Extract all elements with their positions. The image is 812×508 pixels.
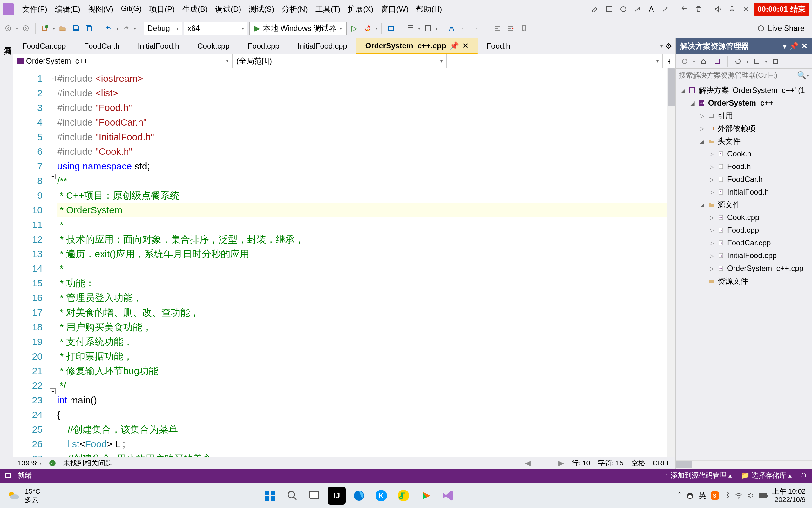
tree-project[interactable]: ◢ ++ OrderSystem_c++ [676, 97, 812, 109]
tray-battery-icon[interactable] [759, 493, 768, 499]
tree-file[interactable]: ▷++Cook.cpp [676, 211, 812, 224]
tool-icon-1[interactable] [385, 23, 397, 34]
indent-icon[interactable] [472, 23, 484, 34]
tree-file[interactable]: ▷hFoodCar.h [676, 173, 812, 186]
pin-icon[interactable]: 📌 [449, 41, 459, 50]
menu-item[interactable]: 窗口(W) [377, 2, 412, 16]
menu-item[interactable]: 调试(D) [211, 2, 245, 16]
tool-icon-3[interactable] [422, 23, 434, 34]
editor-tab[interactable]: Food.cpp [239, 38, 289, 54]
tree-external-deps[interactable]: ▷ 外部依赖项 [676, 122, 812, 135]
tree-solution-root[interactable]: ◢ 解决方案 'OrderSystem_c++' (1 [676, 84, 812, 97]
tree-file[interactable]: ▷++Food.cpp [676, 224, 812, 237]
menu-item[interactable]: 测试(S) [245, 2, 278, 16]
search-icon[interactable]: 🔍 [797, 71, 807, 80]
tree-headers-folder[interactable]: ◢ 头文件 [676, 135, 812, 147]
tree-resources-folder[interactable]: 资源文件 [676, 275, 812, 287]
editor-tab[interactable]: Cook.cpp [188, 38, 239, 54]
text-icon[interactable]: A [645, 3, 658, 15]
app-jetbrains-icon[interactable]: IJ [328, 487, 346, 505]
sol-filter-icon[interactable] [751, 56, 762, 67]
editor-tab[interactable]: InitialFood.cpp [289, 38, 356, 54]
solution-search[interactable]: 🔍▾ [676, 69, 812, 82]
solution-search-input[interactable] [679, 71, 797, 80]
menu-item[interactable]: 编辑(E) [51, 2, 84, 16]
tool-icon-4[interactable] [446, 23, 457, 34]
tray-ime-indicator[interactable]: 英 [699, 491, 706, 501]
app-kugou-icon[interactable]: K [372, 487, 390, 505]
nav-forward-icon[interactable] [20, 23, 32, 34]
menu-item[interactable]: 工具(T) [312, 2, 344, 16]
tray-qq-icon[interactable] [686, 492, 694, 500]
tray-sogou-icon[interactable]: S [711, 492, 719, 500]
sol-refresh-icon[interactable] [732, 56, 744, 67]
sol-home-icon[interactable] [698, 56, 709, 67]
save-icon[interactable] [70, 23, 82, 34]
tree-file[interactable]: ▷++OrderSystem_c++.cpp [676, 262, 812, 275]
vertical-scrollbar[interactable] [667, 68, 675, 457]
live-share-button[interactable]: Live Share [752, 24, 809, 33]
uncomment-icon[interactable] [505, 23, 517, 34]
sol-back-icon[interactable] [679, 56, 690, 67]
recording-badge[interactable]: 00:00:01 结束 [754, 3, 809, 15]
menu-item[interactable]: 帮助(H) [412, 2, 446, 16]
sidebar-hscroll[interactable] [676, 460, 812, 469]
zoom-control[interactable]: 139 % ▾ [18, 459, 42, 467]
app-edge-icon[interactable] [350, 487, 368, 505]
edit-pencil-icon[interactable] [589, 3, 602, 15]
tray-clock[interactable]: 上午 10:02 2022/10/9 [772, 487, 806, 504]
undo-toolbar-icon[interactable] [103, 23, 114, 34]
tree-file[interactable]: ▷hInitialFood.h [676, 186, 812, 198]
undo-icon[interactable] [678, 3, 691, 15]
app-visualstudio-icon[interactable] [439, 487, 457, 505]
menu-item[interactable]: 视图(V) [84, 2, 117, 16]
tray-bluetooth-icon[interactable] [723, 492, 730, 499]
editor-tab[interactable]: FoodCar.cpp [13, 38, 75, 54]
bookmark-icon[interactable] [519, 23, 530, 34]
circle-icon[interactable] [617, 3, 630, 15]
app-qqmusic-icon[interactable] [394, 487, 412, 505]
start-debug-button[interactable]: ▶ 本地 Windows 调试器 ▾ [249, 22, 347, 35]
tray-volume-icon[interactable] [747, 492, 755, 499]
panel-dropdown-icon[interactable]: ▾ [783, 42, 786, 50]
panel-pin-icon[interactable]: 📌 [789, 42, 799, 50]
start-without-debug-icon[interactable]: ▷ [348, 23, 360, 34]
add-source-control[interactable]: ↑ 添加到源代码管理 ▴ [665, 471, 732, 480]
app-tencent-video-icon[interactable] [417, 487, 435, 505]
function-dropdown[interactable]: ▾ [447, 54, 663, 68]
menu-item[interactable]: 分析(N) [278, 2, 311, 16]
notifications-icon[interactable] [801, 472, 807, 479]
tree-file[interactable]: ▷hFood.h [676, 160, 812, 173]
sol-showall-icon[interactable] [770, 56, 781, 67]
close-tab-icon[interactable]: ✕ [462, 41, 469, 50]
comment-icon[interactable] [492, 23, 503, 34]
square-icon[interactable] [603, 3, 616, 15]
tab-settings-icon[interactable]: ⚙ [665, 42, 672, 50]
wand-icon[interactable] [659, 3, 672, 15]
tree-file[interactable]: ▷++InitialFood.cpp [676, 249, 812, 262]
close-icon[interactable] [739, 3, 752, 15]
sol-sync-icon[interactable] [712, 56, 723, 67]
arrow-icon[interactable] [631, 3, 643, 15]
save-all-icon[interactable] [84, 23, 95, 34]
tree-sources-folder[interactable]: ◢ 源文件 [676, 198, 812, 211]
tool-icon-2[interactable] [405, 23, 416, 34]
start-button[interactable] [261, 487, 279, 505]
nav-back-icon[interactable] [3, 23, 14, 34]
tree-file[interactable]: ▷hCook.h [676, 147, 812, 160]
menu-item[interactable]: 扩展(X) [344, 2, 377, 16]
fold-toggle[interactable]: − [50, 388, 56, 394]
menu-item[interactable]: 文件(F) [18, 2, 51, 16]
config-select[interactable]: Debug▾ [144, 22, 182, 35]
outdent-icon[interactable] [459, 23, 471, 34]
speaker-icon[interactable] [712, 3, 724, 15]
output-icon[interactable] [5, 472, 11, 479]
editor-tab[interactable]: FoodCar.h [75, 38, 129, 54]
tray-chevron-icon[interactable]: ˄ [678, 491, 681, 500]
open-folder-icon[interactable] [57, 23, 68, 34]
redo-toolbar-icon[interactable] [121, 23, 132, 34]
scope-dropdown[interactable]: OrderSystem_c++▾ [13, 54, 233, 68]
tree-references[interactable]: ▷ 引用 [676, 109, 812, 122]
fold-toggle[interactable]: − [50, 76, 56, 81]
weather-widget[interactable]: 15°C 多云 [6, 487, 40, 504]
